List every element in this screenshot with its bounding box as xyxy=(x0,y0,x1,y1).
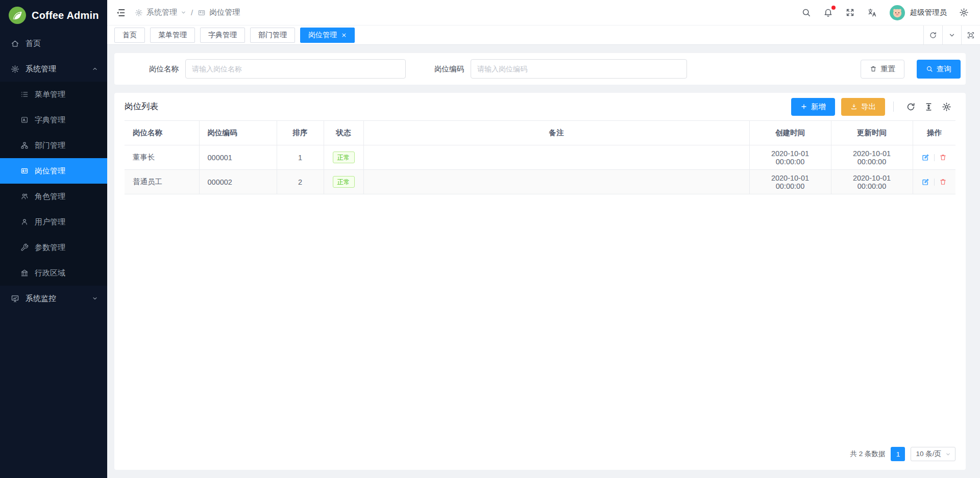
post-table: 岗位名称 岗位编码 排序 状态 备注 创建时间 更新时间 操作 董事长 0000… xyxy=(125,120,955,194)
sidebar-item-menu-mgmt[interactable]: 菜单管理 xyxy=(0,82,107,107)
main-area: 系统管理 / 岗位管理 xyxy=(107,0,980,478)
tab-dict-mgmt[interactable]: 字典管理 xyxy=(200,28,245,43)
breadcrumb-parent[interactable]: 系统管理 xyxy=(146,8,177,17)
breadcrumb-separator: / xyxy=(191,8,193,17)
search-icon[interactable] xyxy=(801,8,811,17)
column-height-icon[interactable] xyxy=(920,102,938,112)
sidebar-submenu-system: 菜单管理 字典管理 部门管理 岗位管理 xyxy=(0,82,107,286)
search-form-card: 岗位名称 岗位编码 重置 查询 xyxy=(114,53,966,85)
download-icon xyxy=(850,103,857,110)
table-header-row: 岗位名称 岗位编码 排序 状态 备注 创建时间 更新时间 操作 xyxy=(125,121,955,145)
cell-sort: 2 xyxy=(277,170,324,194)
cell-create-time: 2020-10-01 00:00:00 xyxy=(749,170,831,194)
edit-icon[interactable] xyxy=(921,154,929,162)
cell-update-time: 2020-10-01 00:00:00 xyxy=(831,170,913,194)
username: 超级管理员 xyxy=(910,8,947,17)
export-button[interactable]: 导出 xyxy=(841,98,885,116)
list-icon xyxy=(20,90,29,98)
gear-icon xyxy=(135,9,143,17)
breadcrumb-current: 岗位管理 xyxy=(209,8,240,17)
bank-icon xyxy=(20,269,29,277)
gear-icon[interactable] xyxy=(959,8,969,17)
page-size-select[interactable]: 10 条/页 xyxy=(911,447,955,461)
app-logo[interactable]: Coffee Admin xyxy=(0,0,107,31)
notification-badge xyxy=(831,6,836,10)
sidebar-item-label: 角色管理 xyxy=(35,192,98,202)
sidebar-item-monitor[interactable]: 系统监控 xyxy=(0,286,107,311)
cell-status: 正常 xyxy=(324,170,363,194)
cell-actions xyxy=(913,145,955,170)
sidebar-menu: 首页 系统管理 菜单管理 字典管理 xyxy=(0,31,107,478)
sidebar-item-param-mgmt[interactable]: 参数管理 xyxy=(0,235,107,260)
action-divider xyxy=(934,179,935,186)
tab-label: 字典管理 xyxy=(208,31,237,40)
sidebar-item-region[interactable]: 行政区域 xyxy=(0,260,107,286)
reset-button[interactable]: 重置 xyxy=(861,60,904,79)
tabbar-controls xyxy=(923,26,980,44)
search-actions: 重置 查询 xyxy=(861,60,961,79)
post-code-input[interactable] xyxy=(471,59,687,79)
column-header: 创建时间 xyxy=(749,121,831,145)
sidebar-item-label: 系统监控 xyxy=(26,294,92,304)
delete-icon[interactable] xyxy=(939,154,947,161)
table-empty-space xyxy=(125,194,955,438)
query-label: 查询 xyxy=(937,64,951,74)
pagination: 共 2 条数据 1 10 条/页 xyxy=(125,438,955,470)
sidebar-item-system[interactable]: 系统管理 xyxy=(0,56,107,82)
close-icon[interactable] xyxy=(341,33,347,38)
edit-icon[interactable] xyxy=(921,178,929,186)
cell-create-time: 2020-10-01 00:00:00 xyxy=(749,145,831,170)
post-name-input[interactable] xyxy=(185,59,406,79)
sidebar-item-label: 字典管理 xyxy=(35,115,98,125)
table-row: 普通员工 000002 2 正常 2020-10-01 00:00:00 202… xyxy=(125,170,955,194)
navbar-actions: 超级管理员 xyxy=(801,5,969,20)
chevron-down-icon xyxy=(181,10,186,15)
tab-dept-mgmt[interactable]: 部门管理 xyxy=(250,28,295,43)
chevron-down-icon[interactable] xyxy=(942,26,961,44)
tab-label: 菜单管理 xyxy=(158,31,187,40)
sidebar-collapse-icon[interactable] xyxy=(115,8,126,18)
cell-remark xyxy=(363,170,749,194)
add-button[interactable]: 新增 xyxy=(791,98,835,116)
refresh-icon[interactable] xyxy=(902,102,920,112)
sidebar-item-dept-mgmt[interactable]: 部门管理 xyxy=(0,133,107,158)
sidebar-item-label: 部门管理 xyxy=(35,141,98,150)
sidebar-item-dict-mgmt[interactable]: 字典管理 xyxy=(0,107,107,133)
gear-icon[interactable] xyxy=(938,102,955,112)
status-badge: 正常 xyxy=(333,152,355,164)
trash-icon xyxy=(870,65,877,72)
tab-home[interactable]: 首页 xyxy=(114,28,145,43)
bell-icon[interactable] xyxy=(823,8,833,17)
cell-actions xyxy=(913,170,955,194)
column-header: 备注 xyxy=(363,121,749,145)
user-menu[interactable]: 超级管理员 xyxy=(890,5,947,20)
avatar xyxy=(890,5,905,20)
column-header: 排序 xyxy=(277,121,324,145)
roles-icon xyxy=(20,192,29,200)
sidebar-item-home[interactable]: 首页 xyxy=(0,31,107,56)
maximize-icon[interactable] xyxy=(961,26,980,44)
id-card-icon xyxy=(198,9,206,17)
page-button-1[interactable]: 1 xyxy=(891,447,905,461)
query-button[interactable]: 查询 xyxy=(917,60,961,79)
column-header: 更新时间 xyxy=(831,121,913,145)
tab-post-mgmt[interactable]: 岗位管理 xyxy=(300,28,355,43)
post-name-label: 岗位名称 xyxy=(149,64,179,74)
fullscreen-icon[interactable] xyxy=(845,8,855,17)
plus-icon xyxy=(800,103,807,110)
column-header: 状态 xyxy=(324,121,363,145)
tab-menu-mgmt[interactable]: 菜单管理 xyxy=(150,28,195,43)
home-icon xyxy=(11,39,19,48)
form-item-post-name: 岗位名称 xyxy=(149,59,406,79)
sidebar-item-post-mgmt[interactable]: 岗位管理 xyxy=(0,158,107,184)
delete-icon[interactable] xyxy=(939,178,947,186)
refresh-icon[interactable] xyxy=(923,26,942,44)
export-label: 导出 xyxy=(861,102,876,112)
column-header: 岗位编码 xyxy=(199,121,277,145)
add-label: 新增 xyxy=(811,102,826,112)
pagination-total: 共 2 条数据 xyxy=(850,449,885,459)
translate-icon[interactable] xyxy=(867,8,877,18)
sidebar-item-user-mgmt[interactable]: 用户管理 xyxy=(0,209,107,235)
user-icon xyxy=(20,218,29,226)
sidebar-item-role-mgmt[interactable]: 角色管理 xyxy=(0,184,107,209)
